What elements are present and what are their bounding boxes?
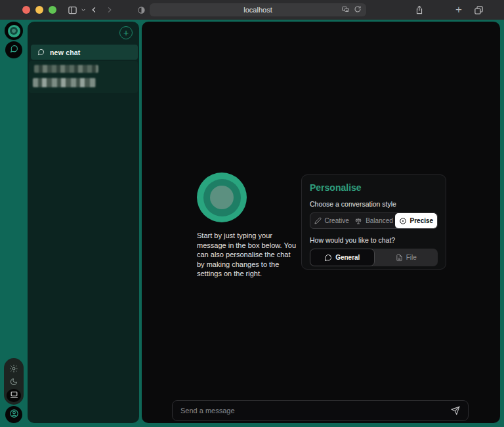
traffic-lights <box>22 6 56 14</box>
chats-nav-button[interactable] <box>5 41 22 58</box>
conversation-style-segmented-control: Creative Balanced Precise <box>310 213 438 229</box>
style-creative-button[interactable]: Creative <box>310 213 352 228</box>
new-tab-button[interactable]: + <box>455 0 462 20</box>
share-button[interactable] <box>415 0 424 20</box>
browser-chrome: localhost + <box>0 0 504 20</box>
file-icon <box>396 254 403 262</box>
pencil-icon <box>314 217 322 224</box>
chat-bubble-icon <box>10 44 18 56</box>
scales-icon <box>354 217 362 225</box>
chat-history-item-redacted[interactable] <box>34 65 98 73</box>
tab-overview-icon <box>474 5 484 15</box>
reload-icon[interactable] <box>354 4 362 16</box>
address-bar-url: localhost <box>243 6 272 14</box>
style-balanced-button[interactable]: Balanced <box>352 213 394 228</box>
person-in-circle-icon <box>9 409 19 421</box>
chevron-down-icon <box>81 7 86 12</box>
style-precise-button[interactable]: Precise <box>395 213 437 228</box>
laptop-icon <box>10 390 18 401</box>
personalise-title: Personalise <box>310 182 438 193</box>
sidebar-toggle-button[interactable] <box>67 0 86 20</box>
intro-text: Start by just typing your message in the… <box>197 231 297 279</box>
zoom-window-button[interactable] <box>49 6 56 14</box>
theme-dark-button[interactable] <box>7 376 21 389</box>
plus-icon: + <box>455 3 462 16</box>
chevron-left-icon <box>91 6 98 14</box>
theme-switcher <box>4 358 24 405</box>
chat-bubble-icon <box>37 49 45 56</box>
new-chat-plus-button[interactable]: + <box>119 26 133 39</box>
input-method-icon[interactable] <box>341 4 350 16</box>
mode-file-button[interactable]: File <box>375 249 438 266</box>
back-button[interactable] <box>91 0 98 20</box>
share-icon <box>415 5 424 15</box>
chat-bubble-icon <box>324 254 332 262</box>
app-logo-icon[interactable] <box>5 22 23 40</box>
account-button[interactable] <box>5 406 22 423</box>
address-bar[interactable]: localhost <box>150 3 366 16</box>
theme-light-button[interactable] <box>7 363 21 376</box>
mode-question: How would you like to chat? <box>310 236 438 244</box>
moon-icon <box>10 376 18 388</box>
forward-button[interactable] <box>106 0 113 20</box>
chat-history-item-redacted[interactable] <box>33 78 96 87</box>
message-composer <box>172 400 469 421</box>
main-content: Start by just typing your message in the… <box>142 22 500 423</box>
minimize-window-button[interactable] <box>35 6 43 14</box>
app-frame: + new chat Start by just typing your mes… <box>0 20 504 427</box>
chat-history-list <box>29 61 138 93</box>
sidebar: + new chat <box>28 22 139 423</box>
sidebar-toggle-icon <box>67 5 78 15</box>
sun-icon <box>10 363 18 375</box>
app-logo-large <box>197 173 247 222</box>
mode-general-button[interactable]: General <box>310 249 375 266</box>
target-icon <box>399 217 407 225</box>
chevron-right-icon <box>106 6 113 14</box>
window: localhost + <box>0 0 504 427</box>
new-chat-label: new chat <box>50 49 81 56</box>
plus-icon: + <box>123 28 129 37</box>
send-button[interactable] <box>451 406 460 415</box>
reader-contrast-icon[interactable] <box>137 0 146 20</box>
tab-overview-button[interactable] <box>474 0 484 20</box>
theme-system-button[interactable] <box>7 389 21 402</box>
left-rail <box>0 20 28 427</box>
close-window-button[interactable] <box>22 6 30 14</box>
personalise-panel: Personalise Choose a conversation style … <box>301 174 446 270</box>
sidebar-item-new-chat[interactable]: new chat <box>31 45 138 60</box>
message-input[interactable] <box>180 407 444 415</box>
chat-mode-segmented-control: General File <box>310 249 438 266</box>
style-question: Choose a conversation style <box>310 200 438 208</box>
